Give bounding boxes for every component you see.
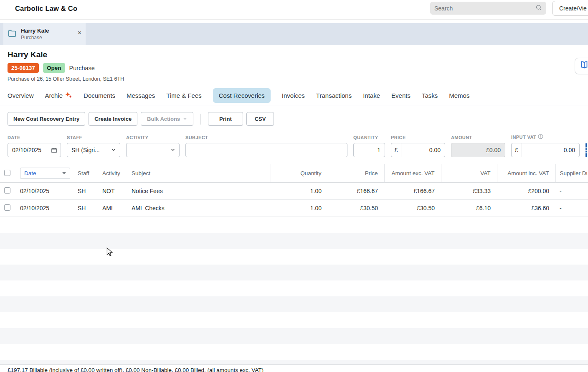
header-supplier-due[interactable]: Supplier Du xyxy=(555,164,588,183)
tab-time-and-fees[interactable]: Time & Fees xyxy=(166,88,201,103)
quantity-field: QUANTITY xyxy=(353,135,385,157)
cost-recoveries-table: Date Staff Activity Subject Quantity Pri… xyxy=(0,164,588,372)
svg-text:?: ? xyxy=(540,135,542,138)
quantity-input[interactable] xyxy=(354,143,385,157)
cell-staff: SH xyxy=(74,183,98,200)
header-amount-exc-vat[interactable]: Amount exc. VAT xyxy=(384,164,441,183)
matter-type: Purchase xyxy=(69,65,95,71)
app-brand: Carbolic Law & Co xyxy=(15,5,77,13)
table-row[interactable]: 02/10/2025 SH NOT Notice Fees 1.00 £166.… xyxy=(0,183,588,200)
input-vat-label: INPUT VAT ? xyxy=(511,134,580,140)
tab-label: Messages xyxy=(127,92,155,99)
matter-name: Harry Kale xyxy=(8,50,580,59)
tab-label: Memos xyxy=(449,92,469,99)
subject-input[interactable] xyxy=(186,143,347,157)
tab-cost-recoveries[interactable]: Cost Recoveries xyxy=(213,88,271,103)
print-button[interactable]: Print xyxy=(208,112,243,126)
tab-transactions[interactable]: Transactions xyxy=(316,88,352,103)
matter-guide-button[interactable] xyxy=(575,58,588,74)
cell-supplier-due: - xyxy=(555,200,588,217)
tab-label: Cost Recoveries xyxy=(219,92,265,99)
input-vat-field: INPUT VAT ? £ xyxy=(511,134,580,157)
cell-quantity: 1.00 xyxy=(271,183,328,200)
tab-memos[interactable]: Memos xyxy=(449,88,469,103)
header-quantity[interactable]: Quantity xyxy=(271,164,328,183)
staff-field: STAFF SH (Sigri... xyxy=(67,135,120,157)
search-input[interactable] xyxy=(434,5,535,12)
quick-entry-form: DATE STAFF SH (Sigri... ACTIVITY xyxy=(0,131,588,164)
date-sort-label: Date xyxy=(24,170,36,176)
tab-label: Overview xyxy=(8,92,34,99)
matter-tab-subtitle: Purchase xyxy=(21,35,49,41)
tab-overview[interactable]: Overview xyxy=(8,88,34,103)
cell-subject: AML Checks xyxy=(127,200,271,217)
close-icon[interactable]: × xyxy=(78,30,81,36)
create-view-button[interactable]: Create/Vie xyxy=(552,1,588,16)
open-matters-strip: Harry Kale Purchase × xyxy=(0,23,588,45)
cell-amount-exc-vat: £166.67 xyxy=(384,183,441,200)
tab-messages[interactable]: Messages xyxy=(127,88,155,103)
cell-date: 02/10/2025 xyxy=(16,183,74,200)
cell-amount-inc-vat: £36.60 xyxy=(497,200,555,217)
input-vat-label-text: INPUT VAT xyxy=(511,135,536,140)
sparkle-icon xyxy=(65,91,72,100)
tab-label: Archie xyxy=(45,92,63,99)
table-header-row: Date Staff Activity Subject Quantity Pri… xyxy=(0,164,588,183)
activity-field: ACTIVITY xyxy=(126,135,180,157)
cell-amount-inc-vat: £200.00 xyxy=(497,183,555,200)
input-vat-input[interactable] xyxy=(522,143,579,157)
matter-description: Purchase of 26, 15 Offer Street, London,… xyxy=(8,76,580,82)
tab-documents[interactable]: Documents xyxy=(84,88,115,103)
matter-nav: Overview Archie Documents Messages Time … xyxy=(0,86,588,105)
staff-select[interactable]: SH (Sigri... xyxy=(67,143,120,157)
matter-tab-title: Harry Kale xyxy=(21,28,49,34)
toolbar-divider xyxy=(200,114,201,125)
header-staff[interactable]: Staff xyxy=(74,164,98,183)
tab-tasks[interactable]: Tasks xyxy=(422,88,438,103)
currency-symbol: £ xyxy=(391,143,401,157)
calendar-icon[interactable] xyxy=(51,147,57,155)
billing-summary: £197.17 Billable (inclusive of £0.00 wri… xyxy=(0,364,588,372)
table-row[interactable]: 02/10/2025 SH AML AML Checks 1.00 £30.50… xyxy=(0,200,588,217)
activity-select[interactable] xyxy=(126,143,180,157)
tab-label: Intake xyxy=(363,92,380,99)
new-cost-recovery-entry-button[interactable]: New Cost Recovery Entry xyxy=(8,112,85,126)
row-checkbox[interactable] xyxy=(4,187,10,194)
tab-intake[interactable]: Intake xyxy=(363,88,380,103)
status-badge: Open xyxy=(43,63,65,73)
create-invoice-button[interactable]: Create Invoice xyxy=(89,112,137,126)
matter-badges: 25-08137 Open Purchase xyxy=(8,63,580,73)
tab-archie[interactable]: Archie xyxy=(45,87,73,104)
tab-invoices[interactable]: Invoices xyxy=(282,88,305,103)
chevron-down-icon xyxy=(183,116,187,122)
matter-tab[interactable]: Harry Kale Purchase × xyxy=(3,23,86,45)
header-activity[interactable]: Activity xyxy=(98,164,127,183)
header-amount-inc-vat[interactable]: Amount inc. VAT xyxy=(497,164,555,183)
currency-symbol: £ xyxy=(512,143,522,157)
tab-events[interactable]: Events xyxy=(391,88,411,103)
activity-label: ACTIVITY xyxy=(126,135,180,140)
info-icon[interactable]: ? xyxy=(538,134,543,140)
open-book-icon xyxy=(579,60,588,72)
bulk-actions-label: Bulk Actions xyxy=(147,116,180,122)
amount-input xyxy=(451,143,505,157)
csv-button[interactable]: CSV xyxy=(246,112,274,126)
date-sort-control[interactable]: Date xyxy=(20,168,70,179)
header-subject[interactable]: Subject xyxy=(127,164,271,183)
header-date: Date xyxy=(16,164,74,183)
bulk-actions-button[interactable]: Bulk Actions xyxy=(141,112,193,126)
price-input[interactable] xyxy=(401,143,445,157)
select-all-cell xyxy=(0,164,16,183)
cell-quantity: 1.00 xyxy=(271,200,328,217)
header-price[interactable]: Price xyxy=(328,164,384,183)
folder-icon xyxy=(8,29,17,40)
kebab-menu-button[interactable] xyxy=(585,143,587,157)
price-field: PRICE £ xyxy=(391,135,445,157)
header-vat[interactable]: VAT xyxy=(441,164,497,183)
select-all-checkbox[interactable] xyxy=(4,170,10,176)
global-search[interactable] xyxy=(430,2,546,15)
row-checkbox[interactable] xyxy=(4,204,10,211)
cell-supplier-due: - xyxy=(555,183,588,200)
amount-field: AMOUNT xyxy=(451,135,505,157)
subject-label: SUBJECT xyxy=(185,135,347,140)
